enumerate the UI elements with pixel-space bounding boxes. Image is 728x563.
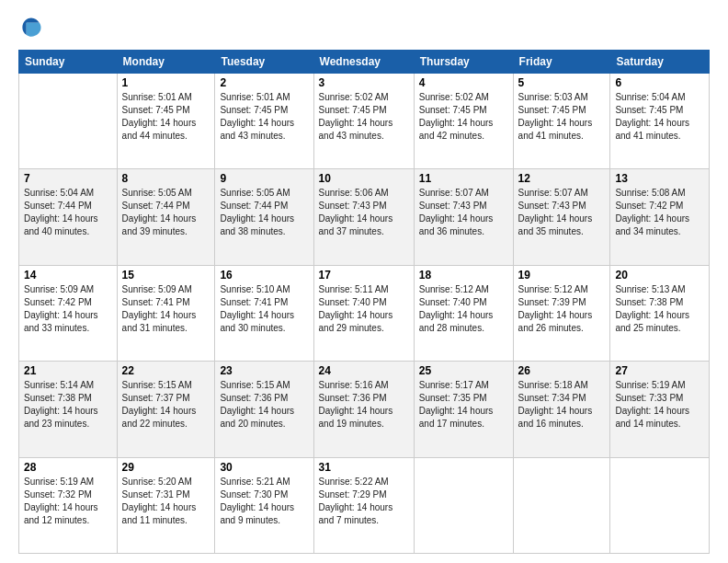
day-number: 30	[220, 461, 308, 474]
day-info: Sunrise: 5:11 AMSunset: 7:40 PMDaylight:…	[319, 283, 409, 335]
day-number: 4	[419, 76, 508, 89]
calendar-week-row: 7Sunrise: 5:04 AMSunset: 7:44 PMDaylight…	[19, 169, 710, 265]
calendar-cell: 27Sunrise: 5:19 AMSunset: 7:33 PMDayligh…	[610, 362, 710, 457]
day-info: Sunrise: 5:04 AMSunset: 7:45 PMDaylight:…	[615, 91, 704, 143]
day-info: Sunrise: 5:12 AMSunset: 7:40 PMDaylight:…	[419, 283, 508, 335]
calendar-cell: 18Sunrise: 5:12 AMSunset: 7:40 PMDayligh…	[414, 265, 513, 361]
day-info: Sunrise: 5:07 AMSunset: 7:43 PMDaylight:…	[518, 187, 606, 238]
day-number: 23	[220, 364, 308, 377]
day-info: Sunrise: 5:10 AMSunset: 7:41 PMDaylight:…	[220, 283, 308, 335]
day-info: Sunrise: 5:08 AMSunset: 7:42 PMDaylight:…	[615, 187, 704, 238]
day-info: Sunrise: 5:04 AMSunset: 7:44 PMDaylight:…	[24, 187, 112, 238]
day-number: 17	[319, 269, 409, 282]
day-info: Sunrise: 5:21 AMSunset: 7:30 PMDaylight:…	[220, 476, 308, 527]
day-number: 11	[419, 172, 508, 185]
day-info: Sunrise: 5:15 AMSunset: 7:36 PMDaylight:…	[220, 379, 308, 431]
day-info: Sunrise: 5:19 AMSunset: 7:33 PMDaylight:…	[615, 379, 704, 431]
day-number: 15	[122, 269, 210, 282]
calendar-weekday: Wednesday	[313, 51, 414, 74]
calendar-header-row: SundayMondayTuesdayWednesdayThursdayFrid…	[19, 51, 710, 74]
day-info: Sunrise: 5:22 AMSunset: 7:29 PMDaylight:…	[319, 476, 409, 527]
day-number: 14	[24, 269, 112, 282]
day-info: Sunrise: 5:02 AMSunset: 7:45 PMDaylight:…	[319, 91, 409, 143]
calendar-cell: 3Sunrise: 5:02 AMSunset: 7:45 PMDaylight…	[313, 74, 414, 169]
day-number: 20	[615, 269, 704, 282]
calendar-cell: 13Sunrise: 5:08 AMSunset: 7:42 PMDayligh…	[610, 169, 710, 265]
day-number: 27	[615, 364, 704, 377]
day-number: 9	[220, 172, 308, 185]
calendar-weekday: Tuesday	[215, 51, 313, 74]
calendar-cell: 30Sunrise: 5:21 AMSunset: 7:30 PMDayligh…	[215, 457, 313, 553]
calendar-cell: 2Sunrise: 5:01 AMSunset: 7:45 PMDaylight…	[215, 74, 313, 169]
header	[18, 15, 710, 40]
calendar-cell: 29Sunrise: 5:20 AMSunset: 7:31 PMDayligh…	[117, 457, 215, 553]
calendar-cell: 8Sunrise: 5:05 AMSunset: 7:44 PMDaylight…	[117, 169, 215, 265]
day-number: 31	[319, 461, 409, 474]
calendar-cell: 10Sunrise: 5:06 AMSunset: 7:43 PMDayligh…	[313, 169, 414, 265]
day-number: 24	[319, 364, 409, 377]
calendar-cell	[19, 74, 118, 169]
day-number: 28	[24, 461, 112, 474]
calendar-cell	[610, 457, 710, 553]
calendar-cell: 11Sunrise: 5:07 AMSunset: 7:43 PMDayligh…	[414, 169, 513, 265]
calendar-weekday: Friday	[513, 51, 610, 74]
day-number: 2	[220, 76, 308, 89]
day-info: Sunrise: 5:01 AMSunset: 7:45 PMDaylight:…	[220, 91, 308, 143]
calendar-cell: 4Sunrise: 5:02 AMSunset: 7:45 PMDaylight…	[414, 74, 513, 169]
calendar-cell: 9Sunrise: 5:05 AMSunset: 7:44 PMDaylight…	[215, 169, 313, 265]
calendar-cell: 16Sunrise: 5:10 AMSunset: 7:41 PMDayligh…	[215, 265, 313, 361]
calendar-cell: 21Sunrise: 5:14 AMSunset: 7:38 PMDayligh…	[19, 362, 118, 457]
calendar-cell: 20Sunrise: 5:13 AMSunset: 7:38 PMDayligh…	[610, 265, 710, 361]
calendar-weekday: Monday	[117, 51, 215, 74]
calendar-cell: 17Sunrise: 5:11 AMSunset: 7:40 PMDayligh…	[313, 265, 414, 361]
day-number: 12	[518, 172, 606, 185]
day-info: Sunrise: 5:09 AMSunset: 7:41 PMDaylight:…	[122, 283, 210, 335]
calendar-cell: 1Sunrise: 5:01 AMSunset: 7:45 PMDaylight…	[117, 74, 215, 169]
day-info: Sunrise: 5:03 AMSunset: 7:45 PMDaylight:…	[518, 91, 606, 143]
day-number: 19	[518, 269, 606, 282]
calendar-table: SundayMondayTuesdayWednesdayThursdayFrid…	[18, 50, 710, 554]
day-info: Sunrise: 5:15 AMSunset: 7:37 PMDaylight:…	[122, 379, 210, 431]
calendar-week-row: 14Sunrise: 5:09 AMSunset: 7:42 PMDayligh…	[19, 265, 710, 361]
logo	[18, 15, 48, 40]
calendar-cell: 5Sunrise: 5:03 AMSunset: 7:45 PMDaylight…	[513, 74, 610, 169]
calendar-cell: 23Sunrise: 5:15 AMSunset: 7:36 PMDayligh…	[215, 362, 313, 457]
day-number: 8	[122, 172, 210, 185]
calendar-cell: 15Sunrise: 5:09 AMSunset: 7:41 PMDayligh…	[117, 265, 215, 361]
day-info: Sunrise: 5:06 AMSunset: 7:43 PMDaylight:…	[319, 187, 409, 238]
calendar-cell: 12Sunrise: 5:07 AMSunset: 7:43 PMDayligh…	[513, 169, 610, 265]
calendar-weekday: Saturday	[610, 51, 710, 74]
calendar-week-row: 1Sunrise: 5:01 AMSunset: 7:45 PMDaylight…	[19, 74, 710, 169]
day-info: Sunrise: 5:19 AMSunset: 7:32 PMDaylight:…	[24, 476, 112, 527]
day-number: 25	[419, 364, 508, 377]
day-info: Sunrise: 5:07 AMSunset: 7:43 PMDaylight:…	[419, 187, 508, 238]
logo-icon	[18, 15, 44, 40]
day-info: Sunrise: 5:02 AMSunset: 7:45 PMDaylight:…	[419, 91, 508, 143]
day-info: Sunrise: 5:14 AMSunset: 7:38 PMDaylight:…	[24, 379, 112, 431]
calendar-cell: 6Sunrise: 5:04 AMSunset: 7:45 PMDaylight…	[610, 74, 710, 169]
day-info: Sunrise: 5:13 AMSunset: 7:38 PMDaylight:…	[615, 283, 704, 335]
calendar-cell: 14Sunrise: 5:09 AMSunset: 7:42 PMDayligh…	[19, 265, 118, 361]
day-number: 26	[518, 364, 606, 377]
day-number: 16	[220, 269, 308, 282]
day-number: 22	[122, 364, 210, 377]
calendar-weekday: Thursday	[414, 51, 513, 74]
calendar-cell: 19Sunrise: 5:12 AMSunset: 7:39 PMDayligh…	[513, 265, 610, 361]
calendar-cell: 31Sunrise: 5:22 AMSunset: 7:29 PMDayligh…	[313, 457, 414, 553]
day-number: 18	[419, 269, 508, 282]
day-number: 10	[319, 172, 409, 185]
day-info: Sunrise: 5:17 AMSunset: 7:35 PMDaylight:…	[419, 379, 508, 431]
day-info: Sunrise: 5:01 AMSunset: 7:45 PMDaylight:…	[122, 91, 210, 143]
day-info: Sunrise: 5:20 AMSunset: 7:31 PMDaylight:…	[122, 476, 210, 527]
day-number: 29	[122, 461, 210, 474]
calendar-cell: 22Sunrise: 5:15 AMSunset: 7:37 PMDayligh…	[117, 362, 215, 457]
day-info: Sunrise: 5:12 AMSunset: 7:39 PMDaylight:…	[518, 283, 606, 335]
calendar-cell: 28Sunrise: 5:19 AMSunset: 7:32 PMDayligh…	[19, 457, 118, 553]
calendar-cell: 25Sunrise: 5:17 AMSunset: 7:35 PMDayligh…	[414, 362, 513, 457]
day-number: 7	[24, 172, 112, 185]
calendar-cell: 7Sunrise: 5:04 AMSunset: 7:44 PMDaylight…	[19, 169, 118, 265]
day-info: Sunrise: 5:16 AMSunset: 7:36 PMDaylight:…	[319, 379, 409, 431]
calendar-cell: 24Sunrise: 5:16 AMSunset: 7:36 PMDayligh…	[313, 362, 414, 457]
page: SundayMondayTuesdayWednesdayThursdayFrid…	[0, 0, 728, 563]
calendar-cell: 26Sunrise: 5:18 AMSunset: 7:34 PMDayligh…	[513, 362, 610, 457]
